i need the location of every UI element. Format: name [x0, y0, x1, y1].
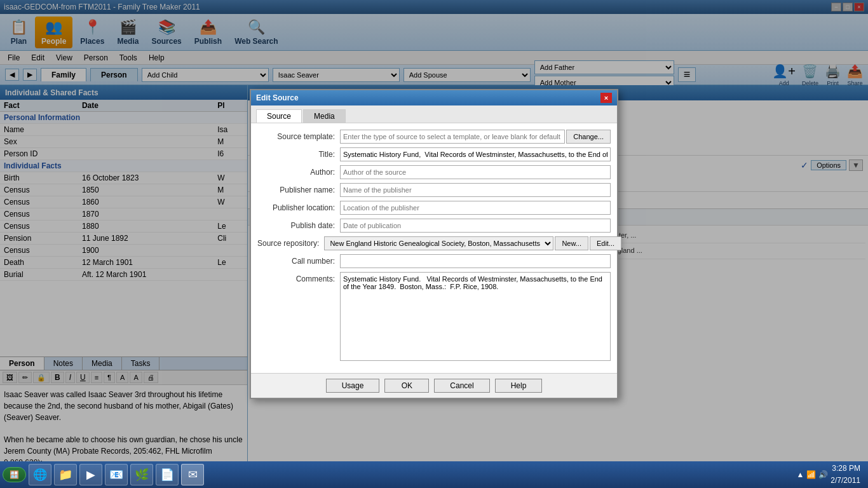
- author-label: Author:: [257, 168, 340, 177]
- taskbar-media[interactable]: ▶: [79, 464, 102, 485]
- call-number-input[interactable]: [340, 254, 611, 268]
- change-template-btn[interactable]: Change...: [566, 130, 611, 144]
- taskbar-ftm-active[interactable]: ✉: [181, 464, 204, 485]
- edit-repository-btn[interactable]: Edit...: [590, 236, 621, 250]
- comments-textarea[interactable]: Systematic History Fund. Vital Records o…: [340, 272, 611, 361]
- taskbar-explorer[interactable]: 📁: [54, 464, 77, 485]
- modal-tabs: Source Media: [251, 105, 617, 123]
- taskbar-ie[interactable]: 🌐: [29, 464, 51, 485]
- modal-titlebar: Edit Source ×: [251, 90, 617, 105]
- up-arrow-icon: ▲: [796, 470, 804, 479]
- publish-date-label: Publish date:: [257, 221, 340, 230]
- start-button[interactable]: 🪟: [3, 467, 26, 482]
- taskbar-clock: 3:28 PM 2/7/2011: [831, 463, 865, 487]
- ok-btn[interactable]: OK: [384, 379, 429, 393]
- call-number-label: Call number:: [257, 257, 340, 266]
- comments-label: Comments:: [257, 272, 340, 283]
- publisher-location-label: Publisher location:: [257, 203, 340, 212]
- windows-icon: 🪟: [10, 470, 19, 479]
- publisher-name-label: Publisher name:: [257, 186, 340, 194]
- source-repository-label: Source repository:: [257, 239, 324, 248]
- network-icon: 📶: [806, 470, 816, 479]
- source-template-row: Source template: Change...: [257, 130, 611, 144]
- publisher-name-row: Publisher name:: [257, 183, 611, 197]
- modal-footer: Usage OK Cancel Help: [251, 373, 617, 398]
- taskbar-notifications: ▲ 📶 🔊: [796, 470, 828, 479]
- usage-btn[interactable]: Usage: [326, 379, 380, 393]
- publish-date-row: Publish date:: [257, 219, 611, 233]
- modal-overlay: Edit Source × Source Media Source templa…: [0, 0, 868, 488]
- modal-body: Source template: Change... Title: Author…: [251, 123, 617, 373]
- comments-row: Comments: Systematic History Fund. Vital…: [257, 272, 611, 363]
- cancel-btn[interactable]: Cancel: [434, 379, 489, 393]
- author-input[interactable]: [340, 165, 611, 179]
- modal-tab-media[interactable]: Media: [303, 109, 346, 123]
- taskbar-email[interactable]: 📧: [105, 464, 128, 485]
- publisher-location-input[interactable]: [340, 201, 611, 215]
- publish-date-input[interactable]: [340, 219, 611, 233]
- title-input[interactable]: [340, 147, 611, 161]
- volume-icon: 🔊: [818, 470, 828, 479]
- title-row: Title:: [257, 147, 611, 161]
- modal-title: Edit Source: [256, 93, 299, 102]
- taskbar: 🪟 🌐 📁 ▶ 📧 🌿 📄 ✉ ▲ 📶 🔊 3:28 PM 2/7/2011: [0, 461, 868, 488]
- edit-source-modal: Edit Source × Source Media Source templa…: [250, 89, 618, 399]
- taskbar-ftm[interactable]: 🌿: [130, 464, 153, 485]
- publisher-location-row: Publisher location:: [257, 201, 611, 215]
- new-repository-btn[interactable]: New...: [555, 236, 588, 250]
- source-repository-select[interactable]: New England Historic Genealogical Societ…: [324, 236, 553, 250]
- taskbar-pdf[interactable]: 📄: [156, 464, 179, 485]
- source-repo-group: New England Historic Genealogical Societ…: [324, 236, 621, 250]
- modal-tab-source[interactable]: Source: [256, 109, 302, 123]
- source-template-input[interactable]: [340, 130, 565, 144]
- source-template-field-group: Change...: [340, 130, 611, 144]
- source-template-label: Source template:: [257, 132, 340, 141]
- source-repository-row: Source repository: New England Historic …: [257, 236, 611, 250]
- title-label: Title:: [257, 150, 340, 159]
- author-row: Author:: [257, 165, 611, 179]
- modal-close-button[interactable]: ×: [600, 93, 612, 103]
- call-number-row: Call number:: [257, 254, 611, 268]
- publisher-name-input[interactable]: [340, 183, 611, 197]
- help-btn[interactable]: Help: [495, 379, 543, 393]
